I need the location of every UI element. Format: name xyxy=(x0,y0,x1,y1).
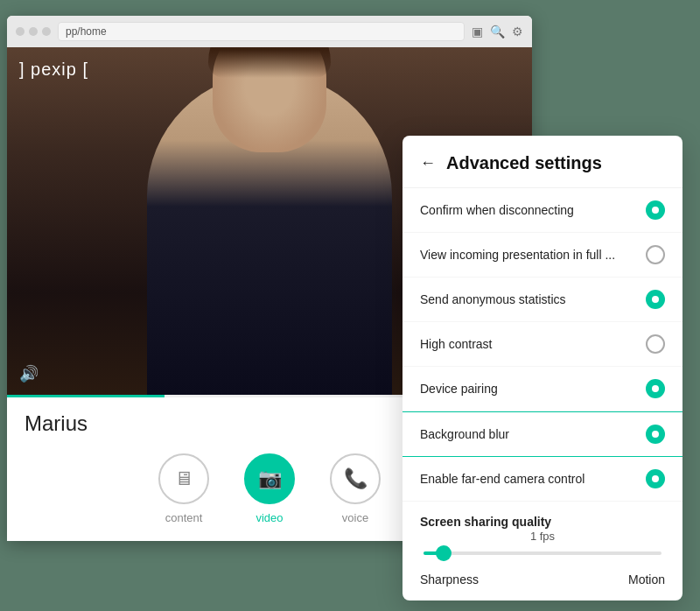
browser-dot-2 xyxy=(29,27,38,36)
back-arrow-icon[interactable]: ← xyxy=(420,154,436,172)
fps-label: 1 fps xyxy=(420,530,665,543)
quality-slider-container xyxy=(420,551,665,555)
phone-icon: 📞 xyxy=(344,467,368,490)
progress-fill xyxy=(7,395,164,397)
background-blur-toggle[interactable] xyxy=(646,425,665,444)
browser-dot-1 xyxy=(16,27,24,36)
quality-slider-thumb[interactable] xyxy=(436,545,452,561)
settings-item-statistics[interactable]: Send anonymous statistics xyxy=(402,277,682,322)
settings-title: Advanced settings xyxy=(446,153,602,173)
content-label: content xyxy=(165,511,203,524)
high-contrast-toggle[interactable] xyxy=(646,334,665,354)
search-icon[interactable]: 🔍 xyxy=(490,25,505,39)
voice-circle: 📞 xyxy=(330,453,381,504)
content-circle: 🖥 xyxy=(158,453,209,504)
volume-icon[interactable]: 🔊 xyxy=(19,364,38,383)
camera-icon: 📷 xyxy=(258,467,282,490)
high-contrast-label: High contrast xyxy=(420,337,492,351)
settings-panel: ← Advanced settings Confirm when disconn… xyxy=(402,136,682,600)
browser-toolbar: pp/home ▣ 🔍 ⚙ xyxy=(7,16,532,47)
settings-list: Confirm when disconnecting View incoming… xyxy=(402,188,682,502)
settings-item-presentation[interactable]: View incoming presentation in full ... xyxy=(402,233,682,277)
device-pairing-label: Device pairing xyxy=(420,382,498,396)
browser-icons: ▣ 🔍 ⚙ xyxy=(472,25,523,39)
background-blur-label: Background blur xyxy=(420,427,509,441)
monitor-icon: 🖥 xyxy=(174,467,193,490)
minimize-icon[interactable]: ▣ xyxy=(472,25,483,39)
confirm-disconnect-label: Confirm when disconnecting xyxy=(420,203,574,217)
settings-item-far-end-camera[interactable]: Enable far-end camera control xyxy=(402,457,682,502)
browser-dot-3 xyxy=(42,27,51,36)
content-button[interactable]: 🖥 content xyxy=(158,453,209,524)
video-circle: 📷 xyxy=(244,453,295,504)
settings-item-device-pairing[interactable]: Device pairing xyxy=(402,367,682,411)
video-button[interactable]: 📷 video xyxy=(244,453,295,524)
quality-slider-track xyxy=(424,551,662,555)
sharpness-row: Sharpness Motion xyxy=(402,562,682,600)
settings-item-confirm-disconnect[interactable]: Confirm when disconnecting xyxy=(402,188,682,233)
presentation-label: View incoming presentation in full ... xyxy=(420,248,615,262)
browser-address-bar[interactable]: pp/home xyxy=(58,22,465,41)
screen-sharing-quality-label: Screen sharing quality xyxy=(420,515,551,529)
statistics-label: Send anonymous statistics xyxy=(420,292,566,306)
voice-label: voice xyxy=(342,511,368,524)
motion-label: Motion xyxy=(628,572,665,586)
settings-item-high-contrast[interactable]: High contrast xyxy=(402,322,682,367)
person-figure xyxy=(147,74,392,397)
pexip-logo: ] pexip [ xyxy=(19,60,88,80)
settings-header: ← Advanced settings xyxy=(402,136,682,188)
voice-button[interactable]: 📞 voice xyxy=(330,453,381,524)
participant-name: Marius xyxy=(24,411,88,436)
confirm-disconnect-toggle[interactable] xyxy=(646,200,665,220)
browser-dots xyxy=(16,27,51,36)
presentation-toggle[interactable] xyxy=(646,245,665,264)
sharpness-label: Sharpness xyxy=(420,572,479,586)
screen-sharing-quality-section: Screen sharing quality 1 fps xyxy=(402,502,682,562)
video-label: video xyxy=(256,511,283,524)
settings-icon[interactable]: ⚙ xyxy=(512,25,523,39)
person-hair xyxy=(208,47,331,78)
person-head xyxy=(213,47,326,152)
settings-item-background-blur[interactable]: Background blur xyxy=(402,411,682,457)
far-end-camera-toggle[interactable] xyxy=(646,469,665,488)
far-end-camera-label: Enable far-end camera control xyxy=(420,472,584,486)
device-pairing-toggle[interactable] xyxy=(646,379,665,398)
statistics-toggle[interactable] xyxy=(646,290,665,309)
